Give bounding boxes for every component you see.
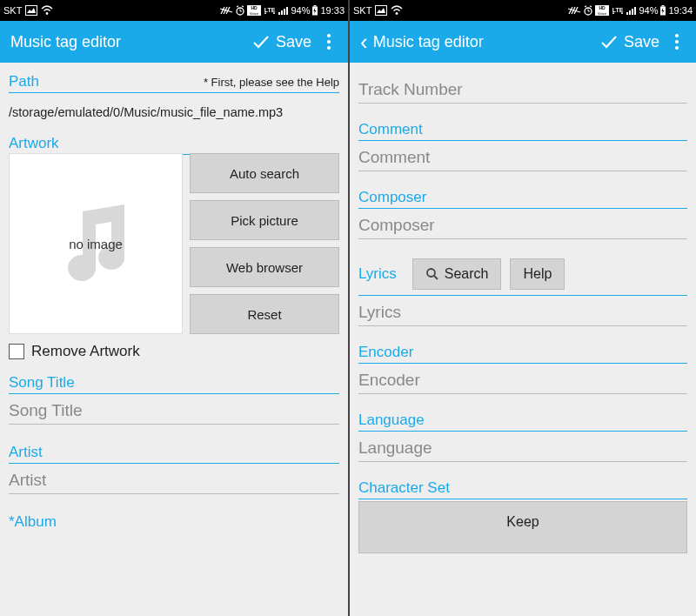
pick-picture-button[interactable]: Pick picture — [190, 200, 339, 240]
vibrate-icon — [567, 5, 581, 16]
comment-label: Comment — [358, 104, 687, 141]
lyrics-label: Lyrics — [358, 265, 397, 283]
lte-badge: LTE — [263, 6, 277, 15]
svg-marker-1 — [27, 8, 36, 13]
artwork-preview[interactable]: no image — [9, 153, 183, 334]
song-title-input[interactable]: Song Title — [9, 394, 339, 425]
svg-rect-17 — [284, 9, 285, 15]
remove-artwork-label: Remove Artwork — [31, 343, 140, 360]
wifi-icon — [41, 5, 53, 16]
carrier-label: SKT — [3, 5, 22, 16]
carrier-label: SKT — [353, 5, 371, 16]
path-section-header: Path * First, please see the Help — [9, 68, 339, 93]
appbar-title: Music tag editor — [373, 33, 599, 51]
overflow-menu-button[interactable] — [665, 31, 689, 52]
svg-rect-42 — [662, 5, 665, 7]
lyrics-help-button[interactable]: Help — [510, 258, 565, 290]
svg-point-24 — [396, 12, 398, 15]
svg-rect-40 — [634, 7, 636, 15]
svg-marker-23 — [377, 8, 385, 13]
svg-rect-15 — [278, 12, 280, 15]
svg-line-8 — [242, 6, 244, 7]
clock-label: 19:33 — [320, 5, 345, 16]
svg-rect-0 — [26, 6, 37, 16]
battery-label: 94% — [291, 5, 310, 16]
encoder-input[interactable]: Encoder — [358, 364, 687, 394]
statusbar: SKT HDVoice LTE 94% 19:34 — [350, 0, 696, 21]
alarm-icon — [583, 5, 593, 16]
no-image-label: no image — [69, 237, 123, 251]
composer-label: Composer — [358, 171, 687, 209]
save-button[interactable]: Save — [599, 32, 659, 51]
language-label: Language — [358, 394, 687, 432]
svg-line-7 — [237, 6, 238, 7]
content-right: Track Number Comment Comment Composer Co… — [350, 63, 696, 616]
reset-button[interactable]: Reset — [190, 294, 339, 334]
web-browser-button[interactable]: Web browser — [190, 247, 339, 287]
check-icon — [599, 32, 619, 51]
artist-input[interactable]: Artist — [9, 464, 339, 494]
svg-point-44 — [427, 269, 435, 277]
content-left: Path * First, please see the Help /stora… — [0, 63, 348, 616]
svg-line-30 — [590, 6, 592, 7]
encoder-label: Encoder — [358, 326, 687, 364]
auto-search-button[interactable]: Auto search — [190, 153, 339, 193]
wifi-icon — [391, 5, 403, 16]
picture-icon — [25, 5, 37, 16]
search-icon — [425, 267, 439, 281]
album-label: *Album — [9, 496, 339, 532]
hd-voice-badge: HDVoice — [595, 5, 609, 16]
svg-rect-38 — [629, 10, 631, 15]
lyrics-search-button[interactable]: Search — [412, 258, 502, 290]
path-label: Path — [9, 73, 39, 90]
appbar: Music tag editor Save — [0, 21, 348, 63]
track-number-input[interactable]: Track Number — [358, 73, 687, 104]
phone-screen-right: SKT HDVoice LTE 94% 19:34 ‹ Music tag ed… — [348, 0, 696, 616]
svg-rect-37 — [626, 12, 628, 15]
statusbar: SKT HDVoice LTE 94% 19:33 — [0, 0, 348, 21]
svg-text:HD: HD — [599, 5, 606, 10]
svg-rect-16 — [281, 10, 283, 15]
artist-label: Artist — [9, 426, 339, 464]
lte-badge: LTE — [611, 6, 625, 15]
svg-line-45 — [434, 276, 438, 279]
picture-icon — [375, 5, 387, 16]
search-button-label: Search — [445, 266, 489, 282]
signal-icon — [626, 5, 637, 16]
hd-voice-badge: HDVoice — [247, 5, 261, 16]
signal-icon — [278, 5, 289, 16]
clock-label: 19:34 — [668, 5, 693, 16]
back-button[interactable]: ‹ — [360, 30, 368, 53]
battery-icon — [659, 5, 666, 16]
charset-keep-button[interactable]: Keep — [358, 501, 687, 553]
artwork-label: Artwork — [9, 135, 59, 151]
path-value: /storage/emulated/0/Music/music_file_nam… — [9, 93, 339, 130]
svg-line-29 — [585, 6, 586, 7]
battery-icon — [311, 5, 318, 16]
svg-rect-39 — [632, 9, 633, 15]
lyrics-input[interactable]: Lyrics — [358, 296, 687, 326]
check-icon — [251, 32, 271, 51]
phone-screen-left: SKT HDVoice LTE 94% 19:33 Music tag edit… — [0, 0, 348, 616]
save-button[interactable]: Save — [251, 32, 311, 51]
appbar: ‹ Music tag editor Save — [350, 21, 696, 63]
svg-rect-22 — [376, 6, 387, 16]
song-title-label: Song Title — [9, 369, 339, 394]
svg-text:Voice: Voice — [251, 11, 260, 16]
artwork-section-header: Artwork — [9, 130, 339, 155]
overflow-menu-button[interactable] — [317, 31, 341, 52]
help-note: * First, please see the Help — [204, 76, 339, 89]
svg-rect-18 — [286, 7, 288, 15]
language-input[interactable]: Language — [358, 432, 687, 462]
svg-rect-20 — [314, 5, 317, 7]
battery-label: 94% — [639, 5, 658, 16]
composer-input[interactable]: Composer — [358, 209, 687, 239]
save-label: Save — [624, 33, 659, 51]
remove-artwork-checkbox[interactable]: Remove Artwork — [9, 334, 339, 367]
checkbox-icon — [9, 344, 24, 359]
appbar-title: Music tag editor — [10, 33, 251, 51]
alarm-icon — [235, 5, 245, 16]
svg-text:HD: HD — [251, 5, 258, 10]
svg-point-2 — [46, 12, 49, 15]
comment-input[interactable]: Comment — [358, 141, 687, 171]
